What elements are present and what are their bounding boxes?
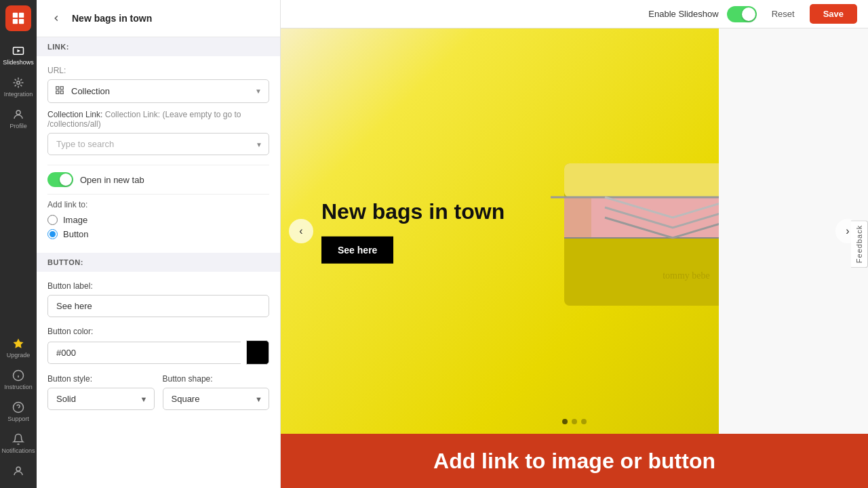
icon-sidebar: Slideshows Integration Profile Upgrade I… [0,0,37,488]
bottom-banner-text: Add link to image or button [433,449,715,474]
radio-image-item[interactable]: Image [47,215,269,225]
toggle-knob [60,174,72,186]
open-new-tab-toggle[interactable] [47,172,73,187]
sidebar-label-slideshows: Slideshows [3,59,34,66]
add-link-to-group: Add link to: Image Button [37,195,280,253]
reset-button[interactable]: Reset [765,5,802,23]
settings-body: Link: URL: Collection ▼ [37,37,280,488]
sidebar-label-integration: Integration [4,91,33,98]
collection-link-label: Collection Link: Collection Link: (Leave… [47,110,269,129]
button-color-label: Button color: [47,327,269,336]
radio-button-label: Button [63,229,89,239]
radio-image-label: Image [63,215,87,225]
sidebar-label-profile: Profile [9,123,27,129]
svg-point-7 [16,110,20,115]
link-section-content: URL: Collection ▼ Collection Link: Colle… [37,56,280,165]
bottom-banner: Add link to image or button [281,434,868,488]
slide-dot-1[interactable] [562,419,568,424]
preview-topbar: Enable Slideshow Reset Save [281,0,868,28]
button-shape-label: Button shape: [163,374,270,384]
sidebar-item-account[interactable] [0,460,37,483]
enable-slideshow-label: Enable Slideshow [648,9,718,19]
svg-rect-14 [56,91,59,94]
radio-image[interactable] [47,215,58,225]
svg-rect-15 [60,91,63,94]
preview-area: Enable Slideshow Reset Save [281,0,868,488]
svg-marker-5 [18,49,21,53]
slide-dot-3[interactable] [581,419,587,424]
url-type-select[interactable]: Collection [70,81,255,102]
slide-dot-2[interactable] [572,419,577,424]
open-new-tab-row: Open in new tab [37,165,280,194]
feedback-tab[interactable]: Feedback [851,220,868,268]
button-style-select[interactable]: Solid Outline Ghost [47,388,155,410]
svg-point-11 [16,467,20,471]
slideshow-preview: tommy bebe New bags in town See here ‹ › [281,28,868,434]
button-style-label: Button style: [47,374,155,384]
svg-rect-13 [60,87,63,89]
button-style-select-wrapper: Solid Outline Ghost ▼ [47,388,155,410]
button-label-input[interactable] [47,295,269,317]
add-link-to-label: Add link to: [47,200,269,209]
slide-dots [562,419,587,424]
collection-search-input[interactable] [47,133,269,155]
collection-icon [48,80,70,102]
enable-slideshow-toggle[interactable] [727,6,757,22]
sidebar-label-upgrade: Upgrade [7,352,31,359]
radio-button[interactable] [47,229,58,239]
sidebar-item-instruction[interactable]: Instruction [0,364,37,396]
app-logo[interactable] [5,5,31,31]
sidebar-label-instruction: Instruction [4,384,33,390]
sidebar-item-upgrade[interactable]: Upgrade [0,332,37,364]
sidebar-item-support[interactable]: Support [0,396,37,428]
button-label-field-label: Button label: [47,281,269,291]
svg-rect-2 [13,19,18,24]
sidebar-item-integration[interactable]: Integration [0,71,37,103]
link-section-header: Link: [37,37,280,56]
feedback-tab-wrapper: Feedback [851,220,868,268]
panel-title: New bags in town [72,13,152,24]
url-type-select-wrapper[interactable]: Collection ▼ [47,79,269,103]
button-shape-select-wrapper: Square Rounded Pill ▼ [163,388,270,410]
radio-button-item[interactable]: Button [47,229,269,239]
sidebar-label-support: Support [7,415,29,422]
slide-content: New bags in town See here [321,199,505,264]
settings-panel: New bags in town Link: URL: Collectio [37,0,281,488]
sidebar-item-notifications[interactable]: Notifications [0,428,37,460]
svg-rect-3 [19,19,24,24]
search-dropdown-icon: ▼ [256,140,262,148]
button-style-shape-row: Button style: Solid Outline Ghost ▼ Butt… [47,374,269,417]
svg-rect-1 [19,13,24,18]
sidebar-item-slideshows[interactable]: Slideshows [0,39,37,71]
enable-slideshow-knob [742,7,755,21]
button-color-input[interactable] [47,342,241,364]
slide-prev-arrow[interactable]: ‹ [289,219,313,243]
select-arrow-icon: ▼ [255,87,269,95]
slide-title: New bags in town [321,199,505,224]
svg-rect-0 [13,13,18,18]
save-button[interactable]: Save [810,4,857,24]
button-section-header: Button: [37,253,280,272]
svg-text:tommy bebe: tommy bebe [663,270,710,281]
button-shape-select[interactable]: Square Rounded Pill [163,388,270,410]
open-new-tab-label: Open in new tab [80,175,144,185]
button-section-content: Button label: Button color: Button style… [37,272,280,426]
sidebar-label-notifications: Notifications [1,447,35,454]
svg-marker-8 [14,339,24,348]
svg-point-6 [17,81,20,85]
slide-cta-button[interactable]: See here [321,237,393,264]
url-label: URL: [47,66,269,75]
back-button[interactable] [47,9,65,27]
svg-rect-12 [56,87,59,89]
sidebar-item-profile[interactable]: Profile [0,103,37,135]
button-color-swatch[interactable] [246,340,269,365]
settings-header: New bags in town [37,0,280,37]
collection-search-wrapper: ▼ [47,133,269,155]
